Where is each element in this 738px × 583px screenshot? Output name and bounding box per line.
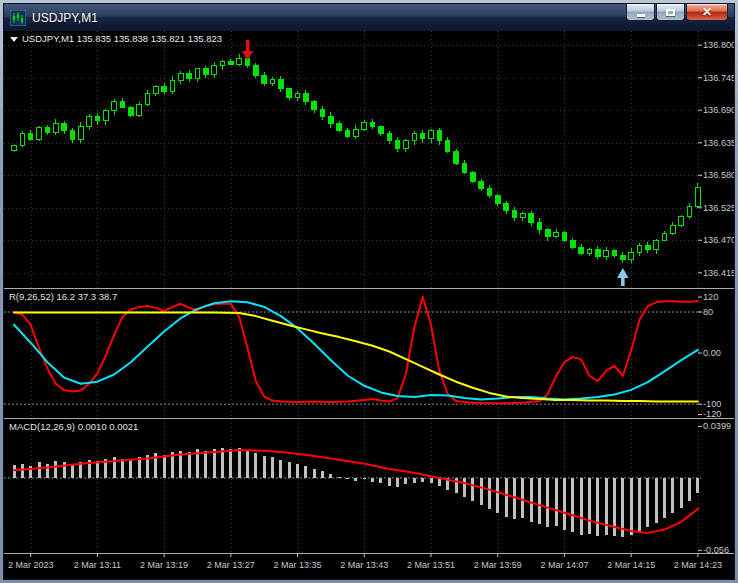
svg-text:2 Mar 13:43: 2 Mar 13:43	[340, 560, 388, 570]
chart-area[interactable]: USDJPY,M1 135.835 135.838 135.821 135.82…	[3, 31, 735, 580]
chart-canvas[interactable]: USDJPY,M1 135.835 135.838 135.821 135.82…	[4, 31, 734, 578]
svg-text:136.415: 136.415	[703, 268, 734, 278]
svg-text:136.635: 136.635	[703, 138, 734, 148]
chart-background	[4, 31, 734, 578]
window-title: USDJPY,M1	[32, 11, 98, 25]
close-icon: ✕	[702, 6, 712, 18]
svg-text:2 Mar 14:23: 2 Mar 14:23	[674, 560, 722, 570]
titlebar[interactable]: USDJPY,M1 ✕	[3, 3, 735, 31]
svg-text:R(9,26,52) 16.2 37.3 38.7: R(9,26,52) 16.2 37.3 38.7	[9, 291, 117, 302]
window-controls: ✕	[626, 4, 728, 21]
svg-text:0.0399: 0.0399	[703, 421, 731, 431]
svg-text:MACD(12,26,9) 0.0010 0.0021: MACD(12,26,9) 0.0010 0.0021	[9, 421, 138, 432]
minimize-button[interactable]	[626, 4, 655, 21]
svg-text:136.800: 136.800	[703, 40, 734, 50]
svg-text:2 Mar 14:07: 2 Mar 14:07	[540, 560, 588, 570]
svg-text:2 Mar 13:35: 2 Mar 13:35	[274, 560, 322, 570]
svg-text:-120: -120	[703, 409, 721, 419]
svg-text:120: 120	[703, 292, 718, 302]
svg-text:136.580: 136.580	[703, 170, 734, 180]
svg-text:2 Mar 13:11: 2 Mar 13:11	[74, 560, 121, 570]
svg-text:2 Mar 2023: 2 Mar 2023	[8, 560, 54, 570]
svg-text:2 Mar 13:19: 2 Mar 13:19	[140, 560, 188, 570]
svg-text:2 Mar 14:15: 2 Mar 14:15	[607, 560, 655, 570]
restore-button[interactable]	[656, 4, 685, 21]
minimize-icon	[637, 14, 645, 17]
svg-text:2 Mar 13:27: 2 Mar 13:27	[207, 560, 255, 570]
svg-text:USDJPY,M1 135.835 135.838 135.: USDJPY,M1 135.835 135.838 135.821 135.82…	[22, 33, 222, 44]
terminal-chart-window: USDJPY,M1 ✕ USDJPY,M1 135.835 135.838 13…	[0, 0, 738, 583]
svg-text:2 Mar 13:51: 2 Mar 13:51	[407, 560, 455, 570]
chart-ohlc-header: USDJPY,M1 135.835 135.838 135.821 135.82…	[10, 33, 222, 44]
svg-text:2 Mar 13:59: 2 Mar 13:59	[474, 560, 522, 570]
svg-text:136.690: 136.690	[703, 105, 734, 115]
svg-text:136.745: 136.745	[703, 73, 734, 83]
svg-text:80: 80	[703, 307, 713, 317]
restore-icon	[666, 9, 675, 16]
svg-text:-100: -100	[703, 399, 721, 409]
chart-window-icon	[10, 10, 26, 26]
svg-text:136.525: 136.525	[703, 203, 734, 213]
svg-text:0.00: 0.00	[703, 348, 721, 358]
close-button[interactable]: ✕	[686, 4, 728, 21]
svg-text:136.470: 136.470	[703, 235, 734, 245]
